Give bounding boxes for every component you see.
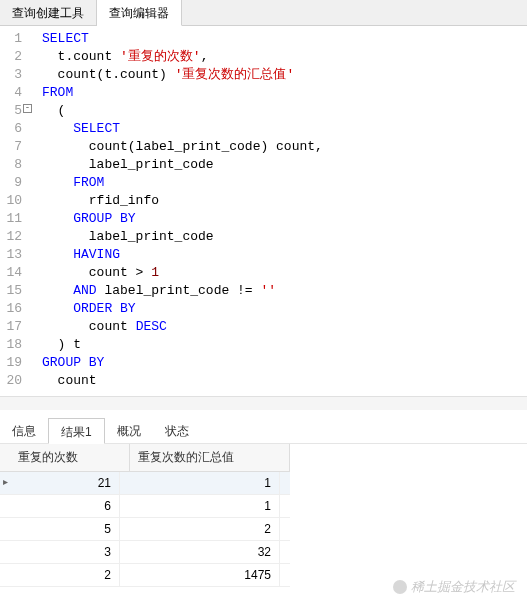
tab-overview[interactable]: 概况: [105, 418, 153, 443]
cell[interactable]: 5: [10, 518, 120, 540]
tab-result1[interactable]: 结果1: [48, 418, 105, 444]
code-line: label_print_code: [42, 156, 527, 174]
line-number: 5-: [0, 102, 22, 120]
line-number: 16: [0, 300, 22, 318]
column-header-b[interactable]: 重复次数的汇总值: [130, 444, 290, 471]
code-line: ) t: [42, 336, 527, 354]
row-selector: [0, 541, 10, 563]
code-line: label_print_code: [42, 228, 527, 246]
row-selector-header: [0, 444, 10, 471]
code-editor[interactable]: 1 2 3 4 5- 6 7 8 9 10 11 12 13 14 15 16 …: [0, 26, 527, 390]
line-number: 8: [0, 156, 22, 174]
line-number: 11: [0, 210, 22, 228]
fold-minus-icon[interactable]: -: [23, 104, 32, 113]
line-number: 9: [0, 174, 22, 192]
code-line: count DESC: [42, 318, 527, 336]
top-tab-bar: 查询创建工具 查询编辑器: [0, 0, 527, 26]
line-number: 1: [0, 30, 22, 48]
code-line: AND label_print_code != '': [42, 282, 527, 300]
code-content[interactable]: SELECT t.count '重复的次数', count(t.count) '…: [28, 30, 527, 390]
tab-status[interactable]: 状态: [153, 418, 201, 443]
tab-query-builder[interactable]: 查询创建工具: [0, 0, 97, 25]
line-gutter: 1 2 3 4 5- 6 7 8 9 10 11 12 13 14 15 16 …: [0, 30, 28, 390]
line-number: 2: [0, 48, 22, 66]
result-tab-bar: 信息 结果1 概况 状态: [0, 418, 527, 444]
line-number: 20: [0, 372, 22, 390]
grid-body: ▸ 21 1 6 1 5 2 3 32 2 1475: [0, 472, 290, 587]
row-selector: [0, 495, 10, 517]
watermark-text: 稀土掘金技术社区: [411, 578, 515, 596]
line-number: 18: [0, 336, 22, 354]
code-line: (: [42, 102, 527, 120]
line-number: 10: [0, 192, 22, 210]
cell[interactable]: 2: [10, 564, 120, 586]
cell[interactable]: 6: [10, 495, 120, 517]
code-line: ORDER BY: [42, 300, 527, 318]
code-line: count > 1: [42, 264, 527, 282]
code-line: FROM: [42, 174, 527, 192]
table-row[interactable]: 6 1: [0, 495, 290, 518]
code-line: t.count '重复的次数',: [42, 48, 527, 66]
grid-header: 重复的次数 重复次数的汇总值: [0, 444, 290, 472]
line-number: 15: [0, 282, 22, 300]
code-line: count(t.count) '重复次数的汇总值': [42, 66, 527, 84]
tab-info[interactable]: 信息: [0, 418, 48, 443]
horizontal-scrollbar[interactable]: [0, 396, 527, 410]
row-selector: [0, 518, 10, 540]
code-line: GROUP BY: [42, 354, 527, 372]
line-number: 13: [0, 246, 22, 264]
code-line: GROUP BY: [42, 210, 527, 228]
watermark: 稀土掘金技术社区: [393, 578, 515, 596]
line-number: 3: [0, 66, 22, 84]
watermark-logo-icon: [393, 580, 407, 594]
table-row[interactable]: 3 32: [0, 541, 290, 564]
line-number: 6: [0, 120, 22, 138]
cell[interactable]: 2: [120, 518, 280, 540]
cell[interactable]: 3: [10, 541, 120, 563]
cell[interactable]: 21: [10, 472, 120, 494]
row-selector: [0, 564, 10, 586]
line-number: 7: [0, 138, 22, 156]
code-line: rfid_info: [42, 192, 527, 210]
cell[interactable]: 1475: [120, 564, 280, 586]
code-line: count(label_print_code) count,: [42, 138, 527, 156]
cell[interactable]: 1: [120, 495, 280, 517]
cell[interactable]: 32: [120, 541, 280, 563]
line-number: 12: [0, 228, 22, 246]
line-number: 4: [0, 84, 22, 102]
column-header-a[interactable]: 重复的次数: [10, 444, 130, 471]
code-line: HAVING: [42, 246, 527, 264]
table-row[interactable]: ▸ 21 1: [0, 472, 290, 495]
result-grid: 重复的次数 重复次数的汇总值 ▸ 21 1 6 1 5 2 3 32 2 147…: [0, 444, 290, 587]
line-number: 17: [0, 318, 22, 336]
code-line: count: [42, 372, 527, 390]
code-line: SELECT: [42, 30, 527, 48]
code-line: FROM: [42, 84, 527, 102]
line-number: 14: [0, 264, 22, 282]
code-line: SELECT: [42, 120, 527, 138]
row-pointer-icon: ▸: [0, 472, 10, 494]
cell[interactable]: 1: [120, 472, 280, 494]
tab-query-editor[interactable]: 查询编辑器: [97, 0, 182, 26]
table-row[interactable]: 5 2: [0, 518, 290, 541]
line-number: 19: [0, 354, 22, 372]
table-row[interactable]: 2 1475: [0, 564, 290, 587]
